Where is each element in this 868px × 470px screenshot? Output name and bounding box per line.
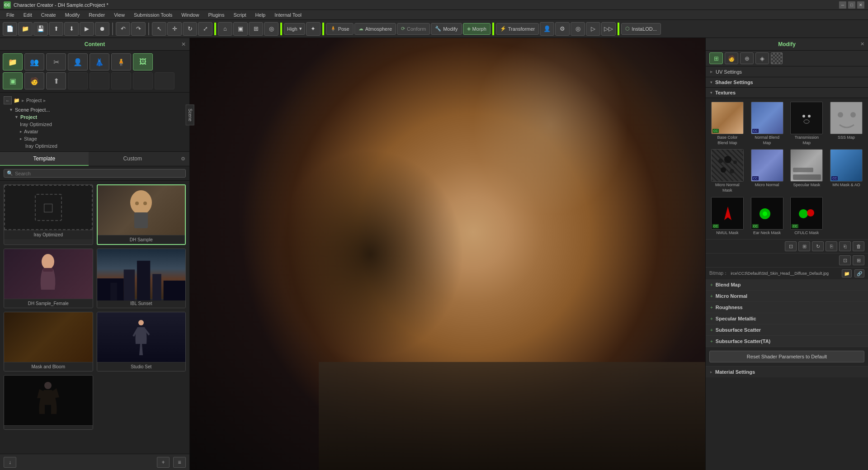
breadcrumb-folder[interactable]: 📁 [14, 98, 20, 103]
modify-icon-sliders[interactable]: ⊞ [709, 52, 723, 64]
move-button[interactable]: ✛ [167, 22, 182, 36]
blend-map-header[interactable]: + Blend Map [706, 279, 868, 290]
grid-item-dark-char[interactable] [4, 375, 93, 430]
instalod-button[interactable]: ⬡ InstaLOD... [621, 23, 661, 35]
content-bottom-add[interactable]: + [157, 457, 170, 468]
tb-btn3[interactable]: ◎ [571, 22, 585, 36]
scene-tab[interactable]: Scene [185, 104, 194, 125]
content-icon-display[interactable]: 🖼 [133, 53, 153, 70]
menu-edit[interactable]: Edit [19, 11, 37, 19]
menu-internal-tool[interactable]: Internal Tool [270, 11, 306, 19]
grid-item-mask-bloom[interactable]: Mask and Bloom [4, 312, 93, 371]
tree-stage[interactable]: ▸ Stage [4, 135, 186, 142]
frame-button[interactable]: ▣ [233, 22, 248, 36]
transformer-button[interactable]: ⚡ Transformer [496, 23, 539, 35]
record-button[interactable]: ⏺ [95, 22, 109, 36]
texture-transmission[interactable]: TransmissionMap [789, 102, 825, 146]
bitmap-link-btn[interactable]: 🔗 [854, 269, 864, 277]
undo-button[interactable]: ↶ [116, 22, 130, 36]
tab-settings-button[interactable]: ⚙ [177, 152, 189, 166]
tex-action-delete[interactable]: 🗑 [853, 241, 864, 251]
textures-header[interactable]: ▾ Textures [706, 88, 868, 98]
specular-metallic-header[interactable]: + Specular Metallic [706, 313, 868, 324]
export-button[interactable]: ⬆ [49, 22, 63, 36]
scale-button[interactable]: ⤢ [198, 22, 212, 36]
grid-item-dh-sample[interactable]: DH Sample [97, 184, 186, 245]
content-icon-up[interactable]: ⬆ [46, 72, 66, 89]
tree-project[interactable]: ▼ Project [4, 113, 186, 121]
menu-modify[interactable]: Modify [61, 11, 84, 19]
menu-help[interactable]: Help [251, 11, 270, 19]
light-button[interactable]: ✦ [306, 22, 321, 36]
tex-action-paste[interactable]: ⎗ [839, 241, 851, 251]
tb-btn1[interactable]: 👤 [540, 22, 554, 36]
texture-base-color[interactable]: CC Base ColorBlend Map [709, 102, 745, 146]
grid-item-dh-female[interactable]: DH Sample_Female [4, 249, 93, 308]
content-panel-close[interactable]: ✕ [181, 41, 186, 47]
menu-window[interactable]: Window [177, 11, 203, 19]
tree-scene-project[interactable]: ▼ Scene Project... [4, 106, 186, 113]
menu-plugins[interactable]: Plugins [203, 11, 229, 19]
material-settings-header[interactable]: ▸ Material Settings [706, 366, 868, 377]
new-file-button[interactable]: 📄 [3, 22, 17, 36]
grid-item-iray-optimized[interactable]: □ Iray Optimized [4, 184, 93, 245]
home-button[interactable]: ⌂ [218, 22, 232, 36]
tb-btn4[interactable]: ▷ [586, 22, 600, 36]
tex-action-rotate[interactable]: ↻ [812, 241, 824, 251]
tex-action-fit[interactable]: ⊞ [798, 241, 810, 251]
content-icon-scene[interactable]: ▣ [3, 72, 23, 89]
subsurface-scatter-ta-header[interactable]: + Subsurface Scatter(TA) [706, 336, 868, 347]
grid-button[interactable]: ⊞ [249, 22, 263, 36]
pose-button[interactable]: 🧍 Pose [326, 23, 354, 35]
menu-render[interactable]: Render [84, 11, 109, 19]
tree-iray-opt2[interactable]: Iray Optimized [4, 142, 186, 150]
content-bottom-menu[interactable]: ≡ [173, 457, 186, 468]
close-button[interactable]: ✕ [857, 1, 864, 9]
modify-icon-morph[interactable]: ◈ [755, 52, 769, 64]
content-icon-pose[interactable]: 🧍 [111, 53, 131, 70]
quality-dropdown[interactable]: High ▾ [284, 23, 305, 35]
morph-button[interactable]: ◈ Morph [463, 23, 491, 35]
content-icon-char[interactable]: 🧑 [24, 72, 44, 89]
menu-submission-tools[interactable]: Submission Tools [129, 11, 177, 19]
maximize-button[interactable]: □ [848, 1, 855, 9]
texture-normal-blend[interactable]: CC Normal BlendMap [749, 102, 785, 146]
content-bottom-down[interactable]: ↓ [4, 457, 16, 468]
tex-action-ext2[interactable]: ⊞ [853, 255, 864, 265]
tree-iray-opt1[interactable]: Iray Optimized [4, 121, 186, 128]
modify-panel-close[interactable]: ✕ [860, 41, 864, 47]
open-button[interactable]: 📁 [18, 22, 33, 36]
tb-btn2[interactable]: ⚙ [555, 22, 570, 36]
play-button[interactable]: ▶ [80, 22, 94, 36]
viewport[interactable] [190, 38, 705, 470]
content-icon-clothes[interactable]: 👗 [90, 53, 109, 70]
tab-template[interactable]: Template [0, 152, 89, 166]
camera-button[interactable]: ◎ [264, 22, 278, 36]
import-button[interactable]: ⬇ [64, 22, 79, 36]
texture-specular-mask[interactable]: Specular Mask [789, 149, 825, 193]
micro-normal-header[interactable]: + Micro Normal [706, 291, 868, 301]
modify-icon-checker[interactable] [771, 52, 783, 64]
menu-create[interactable]: Create [37, 11, 61, 19]
conform-button[interactable]: ⟳ Conform [397, 23, 430, 35]
roughness-header[interactable]: + Roughness [706, 302, 868, 313]
minimize-button[interactable]: ─ [839, 1, 846, 9]
texture-cfulc-mask[interactable]: CC CFULC Mask [789, 197, 825, 236]
rotate-button[interactable]: ↻ [183, 22, 197, 36]
redo-button[interactable]: ↷ [131, 22, 146, 36]
tree-avatar[interactable]: ▸ Avatar [4, 128, 186, 135]
texture-micro-normal[interactable]: CC Micro Normal [749, 149, 785, 193]
texture-nmul-mask[interactable]: CC NMUL Mask [709, 197, 745, 236]
tex-action-ext1[interactable]: ⊡ [839, 255, 851, 265]
content-icon-folder[interactable]: 📁 [3, 53, 23, 70]
tree-back-button[interactable]: ← [4, 96, 12, 104]
content-icon-people[interactable]: 👥 [24, 53, 44, 70]
texture-sss-map[interactable]: SSS Map [828, 102, 864, 146]
content-icon-hair[interactable]: ✂ [46, 53, 66, 70]
select-button[interactable]: ↖ [152, 22, 166, 36]
bitmap-folder-btn[interactable]: 📁 [842, 269, 852, 277]
tex-action-copy[interactable]: ⎘ [826, 241, 837, 251]
texture-mn-mask-ao[interactable]: CC MN Mask & AO [828, 149, 864, 193]
breadcrumb-project[interactable]: Project [26, 98, 42, 103]
modify-icon-body[interactable]: ⊕ [740, 52, 754, 64]
